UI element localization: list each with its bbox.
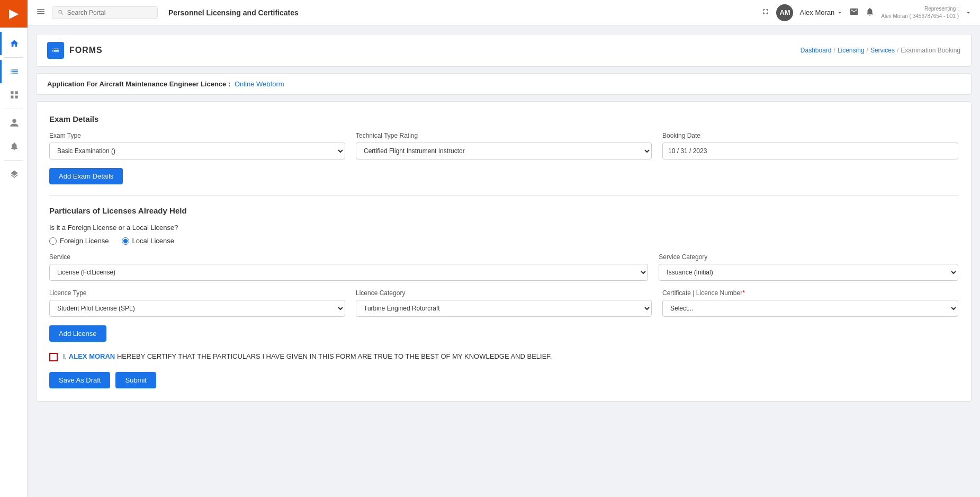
licenses-section-title: Particulars of Licenses Already Held [49, 206, 958, 215]
exam-row-1: Exam Type Basic Examination () Technical… [49, 132, 958, 159]
chevron-down-icon [837, 10, 843, 16]
licence-category-select[interactable]: Turbine Engined Rotorcraft [356, 300, 652, 317]
booking-date-label: Booking Date [662, 132, 958, 139]
save-as-draft-button[interactable]: Save As Draft [49, 372, 110, 388]
breadcrumb-dashboard[interactable]: Dashboard [801, 47, 832, 54]
forms-title-area: FORMS [47, 42, 103, 59]
breadcrumb-current: Examination Booking [901, 47, 960, 54]
certification-row: I, ALEX MORAN HEREBY CERTIFY THAT THE PA… [49, 352, 958, 361]
form-card: Exam Details Exam Type Basic Examination… [36, 101, 972, 402]
navbar: Personnel Licensing and Certificates AM … [28, 0, 980, 25]
add-license-button[interactable]: Add License [49, 325, 106, 342]
local-license-radio[interactable] [122, 237, 129, 245]
technical-type-group: Technical Type Rating Certified Flight I… [356, 132, 652, 159]
submit-button[interactable]: Submit [115, 372, 156, 388]
breadcrumb: Dashboard / Licensing / Services / Exami… [801, 47, 960, 54]
user-name[interactable]: Alex Moran [799, 8, 843, 16]
service-group: Service License (FclLicense) [49, 253, 648, 281]
licence-type-label: Licence Type [49, 289, 345, 297]
license-type-radio-group: Foreign License Local License [49, 237, 958, 245]
booking-date-group: Booking Date [662, 132, 958, 159]
sidebar-item-list[interactable] [0, 60, 28, 83]
certified-user-name: ALEX MORAN [69, 352, 115, 360]
service-category-select[interactable]: Issuance (Initial) [659, 264, 958, 281]
breadcrumb-licensing[interactable]: Licensing [838, 47, 865, 54]
sidebar: ▶ [0, 0, 28, 497]
application-bar: Application For Aircraft Maintenance Eng… [36, 73, 972, 95]
exam-type-group: Exam Type Basic Examination () [49, 132, 345, 159]
sidebar-item-home[interactable] [0, 32, 28, 55]
breadcrumb-services[interactable]: Services [870, 47, 895, 54]
cert-licence-number-label: Certificate | Licence Number* [662, 289, 958, 297]
logo[interactable]: ▶ [0, 0, 28, 28]
avatar: AM [776, 4, 793, 21]
cert-licence-number-group: Certificate | Licence Number* Select... [662, 289, 958, 317]
forms-header-card: FORMS Dashboard / Licensing / Services /… [36, 34, 972, 67]
licenses-row-2: Licence Type Student Pilot License (SPL)… [49, 289, 958, 317]
search-input[interactable] [67, 9, 152, 16]
mail-icon[interactable] [849, 7, 859, 19]
forms-heading: FORMS [69, 46, 103, 55]
certification-checkbox[interactable] [49, 353, 58, 361]
forms-icon-box [47, 42, 64, 59]
licence-type-select[interactable]: Student Pilot License (SPL) [49, 300, 345, 317]
bottom-buttons: Save As Draft Submit [49, 372, 958, 388]
service-category-group: Service Category Issuance (Initial) [659, 253, 958, 281]
licence-category-group: Licence Category Turbine Engined Rotorcr… [356, 289, 652, 317]
application-value: Online Webform [235, 80, 284, 88]
foreign-license-radio-label[interactable]: Foreign License [49, 237, 109, 245]
navbar-right: AM Alex Moran Representing : Alex Moran … [761, 4, 972, 21]
search-icon [58, 9, 64, 16]
content-area: FORMS Dashboard / Licensing / Services /… [28, 25, 980, 497]
dropdown-chevron-icon [965, 10, 972, 16]
cert-licence-number-select[interactable]: Select... [662, 300, 958, 317]
technical-type-label: Technical Type Rating [356, 132, 652, 139]
hamburger-icon[interactable] [36, 7, 46, 19]
section-divider-1 [49, 195, 958, 196]
forms-icon [51, 46, 60, 55]
licenses-row-1: Service License (FclLicense) Service Cat… [49, 253, 958, 281]
service-select[interactable]: License (FclLicense) [49, 264, 648, 281]
licence-category-label: Licence Category [356, 289, 652, 297]
notification-icon[interactable] [865, 7, 875, 19]
exam-type-select[interactable]: Basic Examination () [49, 143, 345, 159]
sidebar-item-user[interactable] [0, 111, 28, 135]
technical-type-select[interactable]: Certified Flight Instrument Instructor [356, 143, 652, 159]
certification-text: I, ALEX MORAN HEREBY CERTIFY THAT THE PA… [63, 352, 552, 360]
foreign-license-radio[interactable] [49, 237, 57, 245]
representing-info: Representing : Alex Moran ( 3456787654 -… [881, 5, 959, 20]
add-exam-details-button[interactable]: Add Exam Details [49, 168, 123, 184]
foreign-license-label: Foreign License [60, 237, 109, 245]
page-title: Personnel Licensing and Certificates [168, 8, 299, 17]
exam-section-title: Exam Details [49, 114, 958, 123]
application-label: Application For Aircraft Maintenance Eng… [47, 80, 230, 88]
expand-icon[interactable] [761, 7, 770, 17]
service-label: Service [49, 253, 648, 261]
sidebar-item-bell[interactable] [0, 135, 28, 158]
license-question: Is it a Foreign License or a Local Licen… [49, 224, 958, 232]
local-license-radio-label[interactable]: Local License [122, 237, 175, 245]
service-category-label: Service Category [659, 253, 958, 261]
licence-type-group: Licence Type Student Pilot License (SPL) [49, 289, 345, 317]
sidebar-item-layers[interactable] [0, 163, 28, 186]
booking-date-input[interactable] [662, 143, 958, 159]
search-box[interactable] [52, 6, 158, 19]
local-license-label: Local License [132, 237, 175, 245]
sidebar-item-grid[interactable] [0, 83, 28, 106]
exam-type-label: Exam Type [49, 132, 345, 139]
